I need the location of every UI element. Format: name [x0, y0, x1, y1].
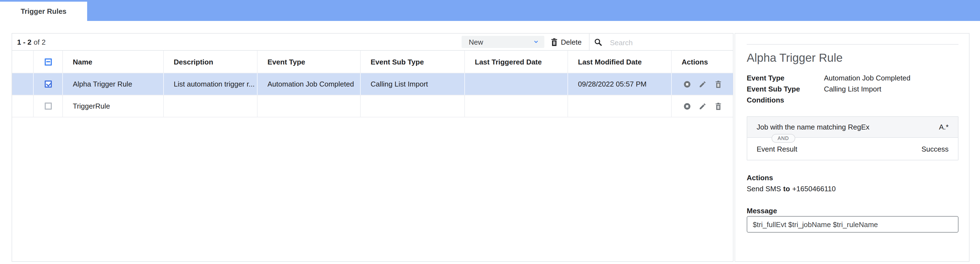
column-header-description: Description: [164, 51, 258, 73]
row-checkbox-cell: [33, 95, 63, 117]
detail-panel: Alpha Trigger Rule Event Type Automation…: [735, 33, 969, 262]
field-event-sub-type: Event Sub Type Calling List Import: [747, 83, 958, 94]
cell-event-type: Automation Job Completed: [258, 73, 361, 95]
cell-event-type: [258, 95, 361, 117]
detail-fields: Event Type Automation Job Completed Even…: [747, 72, 958, 105]
stop-icon[interactable]: [683, 102, 691, 110]
panel-top-divider: [747, 44, 958, 45]
pagination-range: 1 - 2: [17, 38, 32, 46]
table-row[interactable]: Alpha Trigger Rule List automation trigg…: [12, 73, 733, 95]
detail-panel-title: Alpha Trigger Rule: [747, 51, 958, 65]
event-type-value: Automation Job Completed: [824, 73, 910, 82]
delete-button-label: Delete: [561, 38, 582, 46]
column-header-event-sub-type: Event Sub Type: [361, 51, 465, 73]
trigger-rules-page: Trigger Rules 1 - 2 of 2 New: [0, 0, 980, 264]
conditions-box: Job with the name matching RegEx A.* Eve…: [747, 116, 958, 161]
column-header-event-type: Event Type: [258, 51, 361, 73]
cell-event-sub-type: Calling List Import: [361, 73, 465, 95]
row-spacer-cell: [12, 73, 33, 95]
new-dropdown[interactable]: New: [461, 36, 544, 48]
sms-action-line: Send SMS to +1650466110: [747, 183, 958, 194]
column-header-last-modified: Last Modified Date: [568, 51, 672, 73]
cell-actions: [672, 95, 733, 117]
conditions-label: Conditions: [747, 95, 824, 104]
condition-value: A.*: [939, 123, 948, 131]
field-event-type: Event Type Automation Job Completed: [747, 72, 958, 83]
sms-connector: to: [783, 184, 790, 192]
table-row[interactable]: TriggerRule: [12, 95, 733, 118]
new-dropdown-value: New: [469, 38, 483, 46]
edit-icon[interactable]: [699, 102, 706, 110]
row-checkbox-cell: [33, 73, 63, 95]
chevron-down-icon: [533, 39, 539, 45]
row-spacer-cell: [12, 95, 33, 117]
and-operator-pill: AND: [772, 134, 795, 143]
cell-name: TriggerRule: [63, 95, 164, 117]
header-checkbox-cell: [33, 51, 63, 73]
delete-icon[interactable]: [714, 80, 722, 88]
pagination: 1 - 2 of 2: [17, 33, 46, 50]
condition-value: Success: [921, 145, 948, 153]
column-header-name: Name: [63, 51, 164, 73]
table-toolbar: 1 - 2 of 2 New Delete: [12, 33, 733, 51]
tab-trigger-rules[interactable]: Trigger Rules: [0, 2, 87, 21]
tab-label: Trigger Rules: [21, 7, 67, 16]
delete-button[interactable]: Delete: [550, 33, 582, 50]
event-sub-type-value: Calling List Import: [824, 84, 881, 93]
header-spacer-cell: [12, 51, 33, 73]
delete-icon[interactable]: [714, 102, 722, 110]
search-icon: [594, 38, 602, 46]
cell-event-sub-type: [361, 95, 465, 117]
message-label: Message: [747, 205, 958, 216]
cell-last-triggered: [465, 95, 568, 117]
actions-section-label: Actions: [747, 172, 958, 183]
stop-icon[interactable]: [683, 80, 691, 88]
search-input[interactable]: [609, 33, 738, 51]
select-all-checkbox[interactable]: [45, 58, 52, 65]
edit-icon[interactable]: [699, 80, 706, 88]
cell-last-modified: 09/28/2022 05:57 PM: [568, 73, 672, 95]
trash-icon: [550, 38, 558, 46]
sms-prefix: Send SMS: [747, 184, 781, 192]
row-checkbox[interactable]: [45, 81, 52, 87]
pagination-total: of 2: [33, 38, 46, 46]
cell-actions: [672, 73, 733, 95]
table-header-row: Name Description Event Type Event Sub Ty…: [12, 51, 733, 73]
condition-text: Event Result: [757, 145, 797, 153]
event-type-label: Event Type: [747, 73, 824, 82]
cell-name: Alpha Trigger Rule: [63, 73, 164, 95]
cell-description: [164, 95, 258, 117]
cell-last-modified: [568, 95, 672, 117]
cell-last-triggered: [465, 73, 568, 95]
message-input[interactable]: [747, 216, 958, 232]
toolbar-divider: [589, 33, 590, 50]
column-header-actions: Actions: [672, 51, 733, 73]
cell-description: List automation trigger r...: [164, 73, 258, 95]
row-checkbox[interactable]: [45, 102, 52, 110]
conditions-heading: Conditions: [747, 94, 958, 105]
column-header-last-triggered: Last Triggered Date: [465, 51, 568, 73]
event-sub-type-label: Event Sub Type: [747, 84, 824, 93]
sms-target: +1650466110: [792, 184, 836, 192]
condition-text: Job with the name matching RegEx: [757, 123, 869, 131]
top-bar: Trigger Rules: [0, 0, 980, 21]
trigger-rules-table-container: 1 - 2 of 2 New Delete: [11, 33, 733, 262]
